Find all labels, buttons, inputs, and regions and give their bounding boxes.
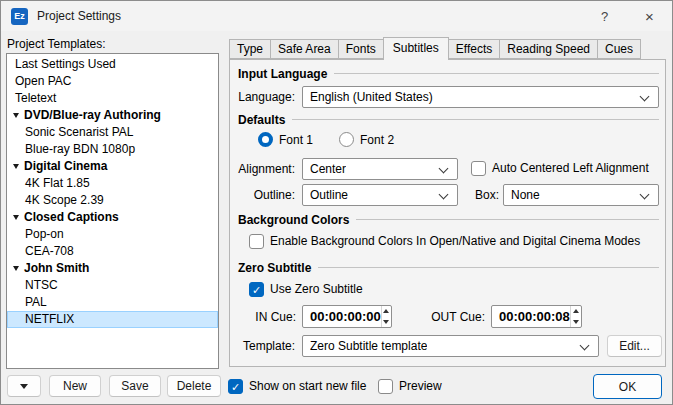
alignment-value: Center: [310, 162, 346, 176]
zero-subtitle-group-header: Zero Subtitle: [238, 260, 659, 275]
template-group-closed-captions[interactable]: Closed Captions: [7, 209, 218, 226]
template-group-dvd[interactable]: DVD/Blue-ray Authoring: [7, 107, 218, 124]
checkbox-icon: [228, 379, 243, 394]
language-label: Language:: [237, 90, 295, 105]
expand-arrow-icon: [13, 164, 19, 169]
auto-centered-checkbox[interactable]: Auto Centered Left Alignment: [471, 160, 649, 176]
out-cue-label: OUT Cue:: [429, 310, 485, 325]
template-item-4k-flat[interactable]: 4K Flat 1.85: [7, 175, 218, 192]
group-title: Defaults: [238, 113, 285, 127]
group-label: DVD/Blue-ray Authoring: [24, 107, 161, 124]
box-value: None: [511, 188, 540, 202]
project-templates-label: Project Templates:: [7, 37, 106, 52]
template-item-teletext[interactable]: Teletext: [7, 90, 218, 107]
divider: [292, 119, 659, 120]
font1-radio[interactable]: Font 1: [258, 132, 313, 147]
in-cue-spinner: [381, 306, 391, 327]
project-settings-dialog: Ez Project Settings ? × Project Template…: [0, 0, 673, 405]
box-select[interactable]: None: [503, 184, 659, 206]
group-title: Zero Subtitle: [238, 261, 311, 275]
show-on-start-checkbox[interactable]: Show on start new file: [228, 378, 366, 394]
template-item-last-settings[interactable]: Last Settings Used: [7, 56, 218, 73]
template-item-pop-on[interactable]: Pop-on: [7, 226, 218, 243]
expand-arrow-icon: [13, 266, 19, 271]
template-menu-button[interactable]: [7, 375, 41, 397]
chevron-down-icon: [439, 164, 449, 174]
outline-label: Outline:: [231, 188, 295, 203]
spin-down-icon[interactable]: [571, 317, 581, 328]
tab-safe-area[interactable]: Safe Area: [270, 39, 339, 59]
tab-cues[interactable]: Cues: [597, 39, 641, 59]
divider: [334, 73, 659, 74]
zero-subtitle-template-select[interactable]: Zero Subtitle template: [302, 335, 599, 357]
chevron-down-icon: [640, 190, 650, 200]
checkbox-icon: [378, 379, 393, 394]
template-item-sonic-scenarist[interactable]: Sonic Scenarist PAL: [7, 124, 218, 141]
enable-background-colors-checkbox[interactable]: Enable Background Colors In Open/Native …: [249, 233, 640, 249]
checkbox-icon: [249, 282, 264, 297]
template-item-pal[interactable]: PAL: [7, 294, 218, 311]
new-button[interactable]: New: [49, 375, 101, 397]
show-on-start-label: Show on start new file: [249, 379, 366, 393]
alignment-select[interactable]: Center: [302, 158, 458, 180]
alignment-label: Alignment:: [231, 162, 295, 177]
template-item-open-pac[interactable]: Open PAC: [7, 73, 218, 90]
template-item-4k-scope[interactable]: 4K Scope 2.39: [7, 192, 218, 209]
template-item-cea708[interactable]: CEA-708: [7, 243, 218, 260]
close-button[interactable]: ×: [627, 1, 672, 31]
font2-label: Font 2: [360, 133, 394, 147]
preview-checkbox[interactable]: Preview: [378, 378, 442, 394]
in-cue-label: IN Cue:: [253, 310, 296, 325]
template-value: Zero Subtitle template: [310, 339, 427, 353]
use-zero-subtitle-label: Use Zero Subtitle: [270, 282, 363, 296]
background-colors-group-header: Background Colors: [238, 212, 659, 227]
tab-reading-speed[interactable]: Reading Speed: [499, 39, 598, 59]
templates-listbox[interactable]: Last Settings Used Open PAC Teletext DVD…: [6, 53, 219, 369]
group-title: Input Language: [238, 67, 327, 81]
tab-effects[interactable]: Effects: [448, 39, 500, 59]
font2-radio[interactable]: Font 2: [339, 132, 394, 147]
use-zero-subtitle-checkbox[interactable]: Use Zero Subtitle: [249, 281, 363, 297]
language-select[interactable]: English (United States): [302, 86, 659, 108]
dropdown-arrow-icon: [20, 384, 28, 389]
template-label: Template:: [239, 339, 295, 354]
auto-centered-label: Auto Centered Left Alignment: [492, 161, 649, 175]
enable-background-colors-label: Enable Background Colors In Open/Native …: [270, 234, 640, 248]
template-group-john-smith[interactable]: John Smith: [7, 260, 218, 277]
tab-type[interactable]: Type: [229, 39, 271, 59]
template-item-bluray-bdn[interactable]: Blue-ray BDN 1080p: [7, 141, 218, 158]
expand-arrow-icon: [13, 113, 19, 118]
tab-subtitles[interactable]: Subtitles: [383, 37, 449, 60]
app-icon: Ez: [11, 8, 28, 25]
save-button[interactable]: Save: [109, 375, 161, 397]
titlebar: Ez Project Settings ? ×: [1, 1, 672, 31]
spin-down-icon[interactable]: [382, 317, 391, 328]
in-cue-field[interactable]: 00:00:00:00: [302, 305, 392, 328]
ok-button[interactable]: OK: [593, 374, 662, 399]
checkbox-icon: [249, 234, 264, 249]
help-button[interactable]: ?: [582, 1, 627, 31]
preview-label: Preview: [399, 379, 442, 393]
delete-button[interactable]: Delete: [167, 375, 221, 397]
group-label: Closed Captions: [24, 209, 119, 226]
defaults-group-header: Defaults: [238, 112, 659, 127]
group-label: Digital Cinema: [24, 158, 107, 175]
spin-up-icon[interactable]: [382, 306, 391, 317]
outline-select[interactable]: Outline: [302, 184, 458, 206]
out-cue-field[interactable]: 00:00:00:08: [491, 305, 582, 328]
group-title: Background Colors: [238, 213, 349, 227]
checkbox-icon: [471, 161, 486, 176]
tab-fonts[interactable]: Fonts: [338, 39, 384, 59]
template-group-digital-cinema[interactable]: Digital Cinema: [7, 158, 218, 175]
expand-arrow-icon: [13, 215, 19, 220]
app-icon-text: Ez: [14, 11, 25, 21]
template-item-netflix-selected[interactable]: NETFLIX: [7, 311, 218, 328]
template-item-ntsc[interactable]: NTSC: [7, 277, 218, 294]
edit-template-button[interactable]: Edit...: [607, 335, 662, 357]
spin-up-icon[interactable]: [571, 306, 581, 317]
out-cue-spinner: [570, 306, 581, 327]
language-value: English (United States): [310, 90, 433, 104]
outline-value: Outline: [310, 188, 348, 202]
chevron-down-icon: [640, 92, 650, 102]
divider: [356, 219, 659, 220]
